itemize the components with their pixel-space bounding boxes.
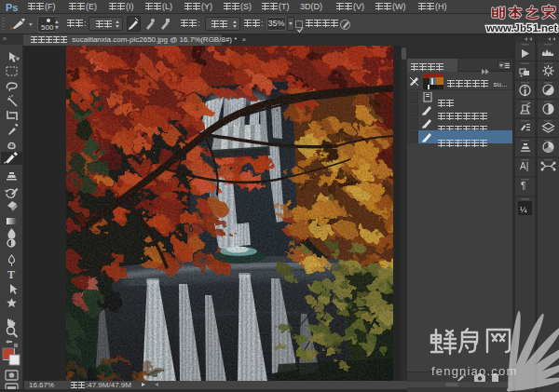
svg-text:fengniao.com: fengniao.com [431, 364, 517, 378]
svg-text:A|: A| [520, 161, 528, 171]
svg-text:www.Jb51.net: www.Jb51.net [485, 22, 557, 34]
svg-text:¶: ¶ [521, 181, 525, 191]
svg-text:¼: ¼ [520, 205, 527, 214]
svg-text:T: T [7, 268, 15, 281]
